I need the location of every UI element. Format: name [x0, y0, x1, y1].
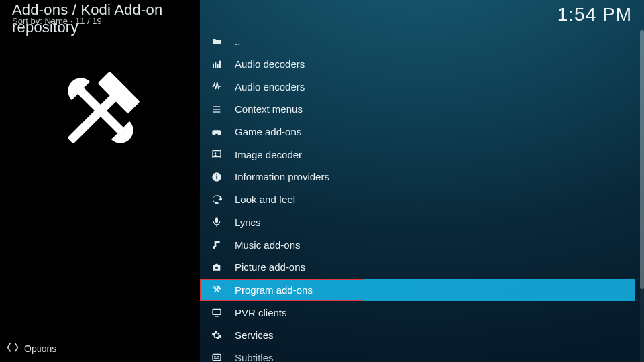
list-item-label: Program add-ons	[235, 284, 313, 296]
left-preview-pane: Add-ons / Kodi Add-on repository Sort by…	[0, 0, 200, 362]
svg-rect-13	[216, 176, 217, 180]
svg-rect-26	[217, 356, 219, 357]
options-button[interactable]: Options	[7, 341, 56, 355]
list-item[interactable]: Audio encoders	[200, 75, 635, 98]
list-item-label: Picture add-ons	[235, 261, 305, 273]
list-item[interactable]: Picture add-ons	[200, 256, 635, 279]
list-item[interactable]: Audio decoders	[200, 53, 635, 76]
svg-rect-3	[213, 63, 214, 68]
music-note-icon	[211, 239, 223, 251]
list-item-label: Music add-ons	[235, 239, 301, 251]
info-icon	[211, 171, 223, 183]
svg-rect-14	[216, 174, 217, 175]
list-item[interactable]: Context menus	[200, 98, 635, 121]
paint-icon	[211, 194, 223, 206]
list-item-label: Lyrics	[235, 217, 261, 228]
scrollbar-thumb[interactable]	[640, 30, 644, 289]
list-item[interactable]: Image decoder	[200, 143, 635, 166]
clock: 1:54 PM	[557, 4, 632, 25]
list-item-label: Audio encoders	[235, 81, 305, 93]
svg-rect-4	[215, 62, 216, 68]
svg-rect-8	[213, 109, 221, 109]
options-chevrons-icon	[7, 341, 19, 355]
list-item-label: PVR clients	[235, 307, 287, 318]
image-icon	[211, 148, 223, 160]
list-item[interactable]: Subtitles	[200, 347, 635, 362]
list-item-label: Game add-ons	[235, 126, 301, 137]
list-item[interactable]: Lyrics	[200, 211, 635, 234]
camera-icon	[211, 261, 223, 274]
category-list[interactable]: ..Audio decodersAudio encodersContext me…	[200, 30, 635, 362]
svg-rect-15	[215, 218, 218, 223]
sort-indicator: Sort by: Name · 11 / 19	[12, 16, 102, 26]
svg-point-20	[213, 286, 216, 289]
svg-rect-5	[217, 64, 219, 68]
list-item-label: Information providers	[235, 171, 329, 182]
list-item-label: Image decoder	[235, 149, 302, 160]
list-item-label: Audio decoders	[235, 58, 305, 70]
equalizer-icon	[211, 58, 223, 70]
category-preview-tools-icon	[47, 57, 154, 164]
tv-icon	[211, 306, 223, 318]
waveform-icon	[211, 80, 223, 93]
menu-icon	[211, 103, 223, 115]
list-item[interactable]: ..	[200, 30, 635, 53]
svg-point-16	[215, 266, 218, 269]
svg-rect-9	[213, 111, 221, 112]
list-item[interactable]: PVR clients	[200, 301, 635, 324]
list-item-label: ..	[235, 36, 240, 47]
svg-rect-7	[213, 106, 221, 107]
options-label: Options	[24, 343, 56, 354]
svg-rect-21	[213, 309, 221, 314]
list-item-label: Context menus	[235, 103, 303, 115]
list-item-label: Subtitles	[235, 352, 274, 362]
svg-point-11	[215, 153, 217, 155]
category-list-pane: 1:54 PM ..Audio decodersAudio encodersCo…	[200, 0, 644, 362]
svg-rect-23	[214, 358, 217, 359]
app-root: Add-ons / Kodi Add-on repository Sort by…	[0, 0, 644, 362]
list-item[interactable]: Music add-ons	[200, 233, 635, 256]
microphone-icon	[211, 216, 223, 228]
list-item[interactable]: Services	[200, 324, 635, 347]
svg-rect-22	[213, 355, 221, 361]
svg-rect-25	[214, 356, 216, 357]
svg-rect-24	[217, 358, 219, 359]
list-item-label: Look and feel	[235, 194, 295, 205]
scrollbar[interactable]	[640, 30, 644, 362]
list-item[interactable]: Information providers	[200, 166, 635, 188]
gear-icon	[211, 329, 223, 341]
tools-icon	[211, 284, 223, 296]
svg-rect-6	[219, 60, 221, 68]
gamepad-icon	[211, 126, 223, 138]
list-item-label: Services	[235, 329, 274, 341]
list-item[interactable]: Game add-ons	[200, 121, 635, 143]
list-item[interactable]: Look and feel	[200, 188, 635, 211]
folder-up-icon	[211, 36, 223, 48]
list-item[interactable]: Program add-ons	[200, 279, 635, 302]
subtitles-icon	[211, 351, 223, 362]
